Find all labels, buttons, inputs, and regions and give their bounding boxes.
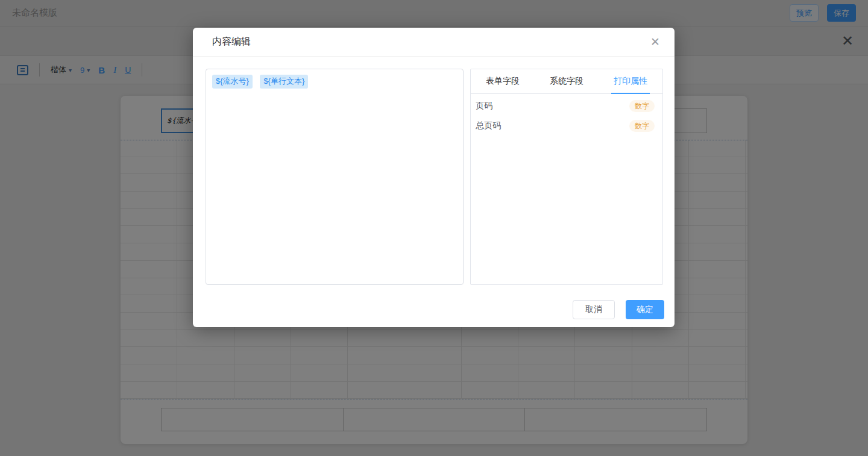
type-badge: 数字 [629, 120, 655, 132]
type-badge: 数字 [629, 100, 655, 112]
dialog-header: 内容编辑 ✕ [193, 28, 675, 57]
field-label: 页码 [476, 101, 492, 111]
content-editor-input[interactable]: ${流水号} ${单行文本} [206, 69, 464, 285]
fields-panel: 表单字段 系统字段 打印属性 页码 数字 总页码 数字 [470, 69, 663, 285]
field-tag[interactable]: ${流水号} [212, 75, 253, 89]
tab-print-properties[interactable]: 打印属性 [599, 69, 662, 93]
tab-system-fields[interactable]: 系统字段 [535, 69, 599, 93]
field-row-page-number[interactable]: 页码 数字 [471, 96, 662, 116]
tab-label: 系统字段 [547, 69, 586, 94]
fields-tabs: 表单字段 系统字段 打印属性 [471, 69, 662, 94]
cancel-button[interactable]: 取消 [573, 300, 615, 319]
dialog-body: ${流水号} ${单行文本} 表单字段 系统字段 打印属性 页码 数字 [193, 69, 675, 285]
field-tag[interactable]: ${单行文本} [260, 75, 308, 89]
dialog-title: 内容编辑 [212, 36, 251, 48]
tab-label: 打印属性 [611, 69, 650, 94]
tab-form-fields[interactable]: 表单字段 [471, 69, 535, 93]
confirm-button[interactable]: 确定 [626, 300, 664, 319]
field-label: 总页码 [476, 120, 501, 131]
tab-label: 表单字段 [483, 69, 522, 94]
dialog-footer: 取消 确定 [573, 300, 664, 319]
field-row-total-pages[interactable]: 总页码 数字 [471, 116, 662, 136]
field-list: 页码 数字 总页码 数字 [471, 94, 662, 136]
dialog-close-icon[interactable]: ✕ [650, 36, 660, 48]
content-edit-dialog: 内容编辑 ✕ ${流水号} ${单行文本} 表单字段 系统字段 打印属性 [193, 28, 675, 327]
